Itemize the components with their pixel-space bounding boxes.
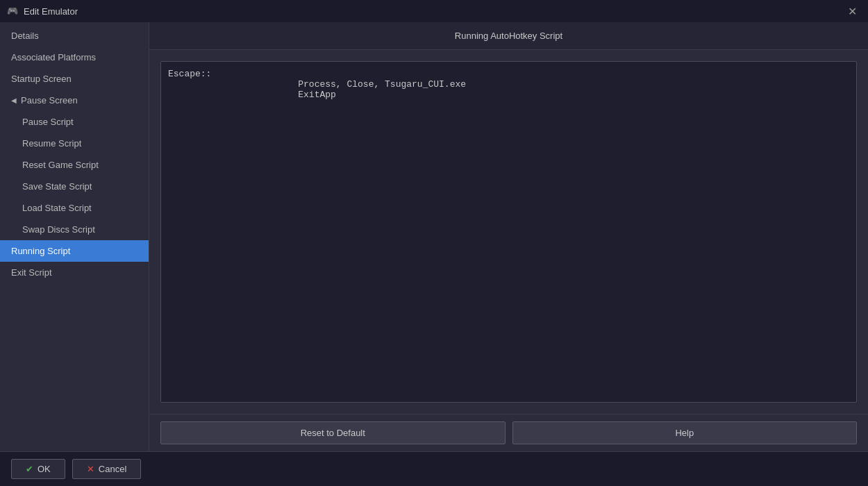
main-content: Running AutoHotkey Script Escape:: Proce… bbox=[149, 22, 868, 451]
sidebar-item-save-state-script-label: Save State Script bbox=[22, 181, 92, 192]
sidebar-item-associated-platforms[interactable]: Associated Platforms bbox=[0, 47, 149, 68]
ok-button[interactable]: ✔ OK bbox=[11, 459, 65, 479]
dialog-body: Details Associated Platforms Startup Scr… bbox=[0, 22, 868, 451]
ok-button-label: OK bbox=[37, 464, 51, 474]
sidebar-item-swap-discs-script-label: Swap Discs Script bbox=[22, 224, 95, 235]
ok-check-icon: ✔ bbox=[26, 464, 33, 474]
sidebar-item-associated-platforms-label: Associated Platforms bbox=[11, 52, 96, 62]
sidebar-item-save-state-script[interactable]: Save State Script bbox=[0, 176, 149, 197]
title-bar: 🎮 Edit Emulator ✕ bbox=[0, 0, 868, 22]
sidebar-item-resume-script[interactable]: Resume Script bbox=[0, 133, 149, 154]
cancel-button[interactable]: ✕ Cancel bbox=[72, 459, 141, 479]
script-editor-area: Escape:: Process, Close, Tsugaru_CUI.exe… bbox=[149, 50, 868, 414]
sidebar-item-resume-script-label: Resume Script bbox=[22, 138, 81, 149]
sidebar-item-pause-screen-label: Pause Screen bbox=[21, 95, 78, 106]
sidebar-item-running-script-label: Running Script bbox=[11, 246, 70, 256]
close-button[interactable]: ✕ bbox=[844, 3, 861, 19]
content-header-title: Running AutoHotkey Script bbox=[455, 31, 562, 41]
sidebar: Details Associated Platforms Startup Scr… bbox=[0, 22, 149, 451]
reset-to-default-button[interactable]: Reset to Default bbox=[160, 421, 506, 444]
app-icon: 🎮 bbox=[7, 6, 18, 17]
sidebar-item-load-state-script-label: Load State Script bbox=[22, 203, 92, 213]
sidebar-item-exit-script[interactable]: Exit Script bbox=[0, 262, 149, 283]
sidebar-item-pause-script[interactable]: Pause Script bbox=[0, 111, 149, 133]
sidebar-item-reset-game-script[interactable]: Reset Game Script bbox=[0, 154, 149, 176]
cancel-button-label: Cancel bbox=[99, 464, 126, 474]
sidebar-item-details[interactable]: Details bbox=[0, 25, 149, 47]
help-button[interactable]: Help bbox=[512, 421, 858, 444]
edit-emulator-window: 🎮 Edit Emulator ✕ Details Associated Pla… bbox=[0, 0, 868, 486]
sidebar-item-startup-screen-label: Startup Screen bbox=[11, 74, 72, 84]
sidebar-item-load-state-script[interactable]: Load State Script bbox=[0, 197, 149, 219]
content-header: Running AutoHotkey Script bbox=[149, 22, 868, 50]
content-footer: Reset to Default Help bbox=[149, 414, 868, 451]
dialog-footer: ✔ OK ✕ Cancel bbox=[0, 451, 868, 486]
title-bar-left: 🎮 Edit Emulator bbox=[7, 6, 78, 17]
sidebar-item-running-script[interactable]: Running Script bbox=[0, 240, 149, 262]
window-title: Edit Emulator bbox=[24, 6, 78, 17]
cancel-x-icon: ✕ bbox=[87, 464, 94, 474]
sidebar-item-startup-screen[interactable]: Startup Screen bbox=[0, 68, 149, 90]
chevron-down-icon: ◀ bbox=[11, 97, 17, 104]
sidebar-item-exit-script-label: Exit Script bbox=[11, 267, 52, 278]
sidebar-item-details-label: Details bbox=[11, 31, 39, 41]
sidebar-item-pause-screen[interactable]: ◀ Pause Screen bbox=[0, 90, 149, 111]
sidebar-item-swap-discs-script[interactable]: Swap Discs Script bbox=[0, 219, 149, 240]
sidebar-item-reset-game-script-label: Reset Game Script bbox=[22, 160, 99, 170]
script-editor[interactable]: Escape:: Process, Close, Tsugaru_CUI.exe… bbox=[160, 61, 857, 403]
sidebar-item-pause-script-label: Pause Script bbox=[22, 117, 74, 127]
